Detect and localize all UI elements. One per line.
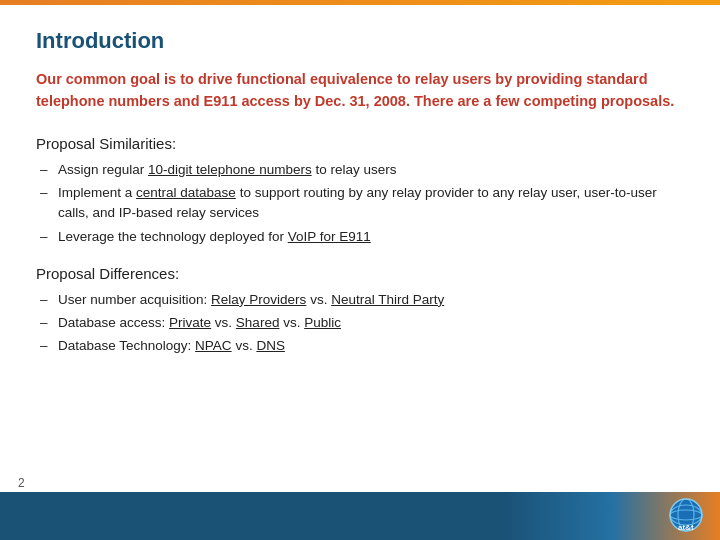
item-text-before: Assign regular [58,162,148,177]
similarities-list: Assign regular 10-digit telephone number… [36,160,684,247]
item-link-2: Shared [236,315,280,330]
similarities-heading: Proposal Similarities: [36,135,684,152]
item-link: Private [169,315,211,330]
item-link-3: Public [304,315,341,330]
item-link: 10-digit telephone numbers [148,162,312,177]
differences-list: User number acquisition: Relay Providers… [36,290,684,357]
item-text-after: to relay users [312,162,397,177]
bottom-bar: at&t [0,492,720,540]
att-logo-svg: at&t [658,495,706,537]
item-text-before: Database Technology: [58,338,195,353]
list-item: User number acquisition: Relay Providers… [40,290,684,310]
item-link-2: Neutral Third Party [331,292,444,307]
item-text-before: Implement a [58,185,136,200]
top-accent-bar [0,0,720,5]
item-link: Relay Providers [211,292,306,307]
list-item: Implement a central database to support … [40,183,684,224]
item-middle: vs. [232,338,257,353]
list-item: Assign regular 10-digit telephone number… [40,160,684,180]
svg-text:at&t: at&t [678,523,694,532]
item-text-before: User number acquisition: [58,292,211,307]
item-middle: vs. [211,315,236,330]
item-text-before: Database access: [58,315,169,330]
att-logo: at&t [656,497,708,535]
item-middle-2: vs. [279,315,304,330]
item-link: central database [136,185,236,200]
item-link: VoIP for E911 [288,229,371,244]
list-item: Leverage the technology deployed for VoI… [40,227,684,247]
page-number: 2 [18,476,25,490]
item-middle: vs. [306,292,331,307]
slide: Introduction Our common goal is to drive… [0,0,720,540]
slide-title: Introduction [36,28,684,54]
item-text-before: Leverage the technology deployed for [58,229,288,244]
differences-heading: Proposal Differences: [36,265,684,282]
list-item: Database access: Private vs. Shared vs. … [40,313,684,333]
item-link-2: DNS [256,338,285,353]
list-item: Database Technology: NPAC vs. DNS [40,336,684,356]
intro-paragraph: Our common goal is to drive functional e… [36,68,684,113]
item-link: NPAC [195,338,232,353]
